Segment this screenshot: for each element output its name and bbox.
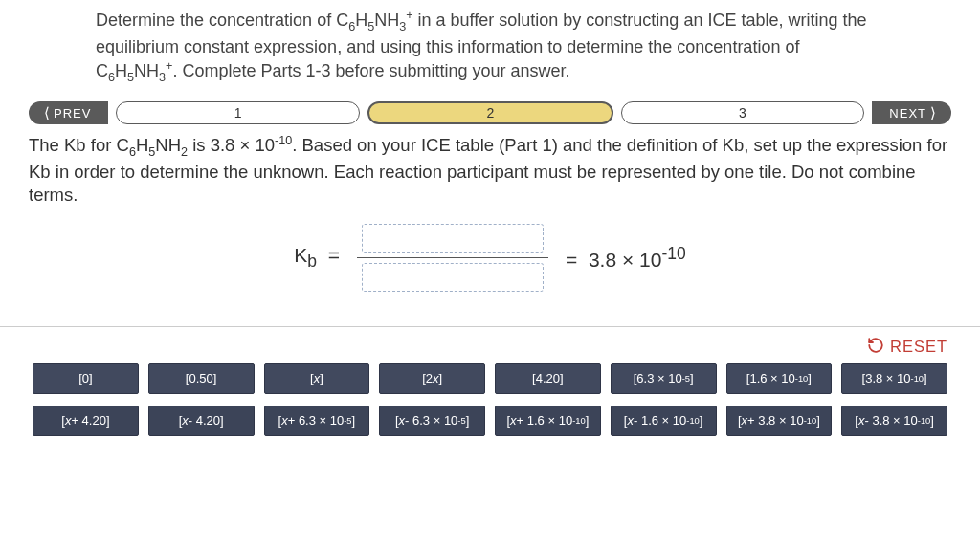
reset-icon	[867, 337, 884, 358]
prompt-text: The Kb for C6H5NH2 is 3.8 × 10-10. Based…	[0, 127, 980, 213]
chevron-left-icon: ⟨	[40, 104, 54, 121]
prev-label: PREV	[54, 106, 91, 121]
question-text: Determine the concentration of C6H5NH3+ …	[0, 0, 980, 99]
tile[interactable]: [x + 4.20]	[33, 406, 139, 436]
numerator-slot[interactable]	[362, 224, 544, 253]
tile[interactable]: [x + 1.6 × 10-10]	[495, 406, 601, 436]
step-1-pill[interactable]: 1	[116, 101, 360, 124]
step-2-pill[interactable]: 2	[368, 101, 613, 124]
tile[interactable]: [2x]	[379, 363, 485, 394]
tile[interactable]: [4.20]	[495, 363, 601, 394]
next-label: NEXT	[889, 106, 926, 121]
chevron-right-icon: ⟩	[926, 104, 940, 121]
kb-label: Kb =	[294, 244, 340, 272]
tile[interactable]: [x + 3.8 × 10-10]	[726, 406, 833, 436]
tile[interactable]: [3.8 × 10-10]	[841, 363, 947, 394]
step-nav: ⟨ PREV 1 2 3 NEXT ⟩	[0, 99, 980, 127]
reset-button[interactable]: RESET	[867, 337, 947, 358]
equation-row: Kb = = 3.8 × 10-10	[0, 214, 980, 299]
tile-row-2: [x + 4.20] [x - 4.20] [x + 6.3 × 10-5] […	[33, 406, 947, 436]
next-button[interactable]: NEXT ⟩	[872, 101, 951, 124]
tile[interactable]: [x]	[264, 363, 370, 394]
tile[interactable]: [0]	[33, 363, 139, 394]
prev-button[interactable]: ⟨ PREV	[29, 101, 108, 124]
fraction-bar	[357, 257, 548, 258]
tile[interactable]: [x - 3.8 × 10-10]	[841, 406, 947, 436]
denominator-slot[interactable]	[362, 263, 544, 292]
tile[interactable]: [x - 4.20]	[148, 406, 255, 436]
kb-value: = 3.8 × 10-10	[566, 244, 686, 272]
tile[interactable]: [x - 1.6 × 10-10]	[611, 406, 717, 436]
step-3-pill[interactable]: 3	[621, 101, 865, 124]
fraction-slots	[357, 224, 548, 292]
tile[interactable]: [x + 6.3 × 10-5]	[264, 406, 370, 436]
tile-bank: RESET [0] [0.50] [x] [2x] [4.20] [6.3 × …	[0, 326, 980, 436]
tile[interactable]: [1.6 × 10-10]	[726, 363, 833, 394]
tile[interactable]: [6.3 × 10-5]	[611, 363, 717, 394]
reset-label: RESET	[890, 338, 947, 356]
tile-row-1: [0] [0.50] [x] [2x] [4.20] [6.3 × 10-5] …	[33, 363, 947, 394]
tile[interactable]: [x - 6.3 × 10-5]	[379, 406, 485, 436]
tile[interactable]: [0.50]	[148, 363, 255, 394]
